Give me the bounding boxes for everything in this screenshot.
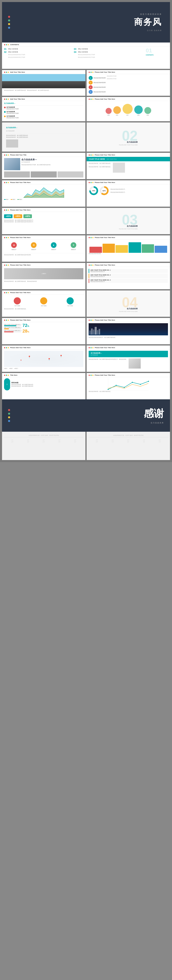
wm-cell-3: 文字 (36, 439, 51, 441)
slide-pct-title: Please Add Your Title Here (10, 209, 30, 211)
hdot15-yellow (8, 292, 9, 293)
map-area: 📍 📍 📍 📍 (4, 351, 84, 367)
ic-sep (4, 253, 84, 253)
tl-desc-2: 请在此处添加文字说明 (6, 113, 19, 115)
th-main-text: 请添加标题 (11, 382, 34, 384)
sky-b4 (95, 327, 97, 334)
header-dots-19 (88, 347, 93, 348)
slide-city-body: 请在此处添加内容，输入您要呈现的信息。请在此处添加内容，输入您要呈现的信息。 (2, 88, 85, 93)
hdot4-red (4, 99, 5, 100)
donut-desc-1: 请在此处添加内容说明文字。 (110, 188, 126, 190)
slide-teal-header: Please Add Your Title Here (87, 153, 170, 157)
contents-desc-3: 请在此处添加您的内容文字说明 (78, 54, 142, 56)
watermark-right: 如需使用请购买正版，仅供学习参考，请勿用于商业用途 文字 文字 文字 文字 文字… (87, 432, 170, 460)
slide-city-title: Add Your Title Here (10, 71, 25, 73)
zp-two-col: 请在此处添加内容，输入您要呈现的信息内容说明文字。请在此处添加。 (88, 358, 168, 369)
city-image-placeholder (2, 74, 85, 88)
header-dots-8 (4, 182, 9, 183)
circle-red (106, 108, 112, 114)
wm-grid-right: 文字 文字 文字 文字 文字 文字 文字 文字 文字 文字 (88, 439, 168, 443)
slide-icon-body: 1 请在此处添加内容说明 2 请在此处添加内容说明 3 请在此处添加内容说明 (87, 74, 170, 96)
hdot21-green (90, 375, 92, 376)
circle-label-5: 2019 (147, 115, 149, 116)
slide-photo-body: 合力自由未来— 合力自由未来 请在此处添加内容文字说明，输入您要呈现的信息内容。 (2, 157, 85, 179)
slide-p2-title: Please Add Your Title Here (10, 264, 30, 266)
zp-teal-header: 合力自由未来— 合力自由未来 (88, 351, 168, 357)
slide-th-header: Title Here (2, 373, 85, 377)
header-dots-18 (4, 347, 9, 348)
circle-yellow (123, 104, 133, 114)
slide-ic-title: Please Add Your Title Here (10, 237, 30, 239)
3c-label-3: TEXT HERE (66, 305, 74, 306)
hdot21-red (88, 375, 90, 376)
prog-fill-1 (4, 325, 16, 326)
ic-item-3: ♦ 添加文字 (51, 242, 57, 251)
wm-cell-1: 文字 (5, 439, 20, 441)
legend-color-3 (17, 199, 19, 200)
slide-bar-header: Please Add Your Title Here (87, 235, 170, 239)
header-dots-9 (88, 182, 93, 183)
slide-list-body: ADD YOUR TITLE HERE NO. 1 请在此处添加内容说明文字 A… (87, 267, 170, 285)
slide-ic-header: Please Add Your Title Here (2, 235, 85, 239)
bar-2 (103, 244, 115, 253)
prog-nums: 72% 28% (22, 323, 29, 333)
hdot5-red (88, 99, 90, 100)
icon-two-col: 1 请在此处添加内容说明 2 请在此处添加内容说明 3 请在此处添加内容说明 (88, 75, 168, 94)
section2-zh-title: 合力自由未来— (6, 127, 81, 129)
pin-1: 📍 (28, 356, 31, 358)
hdot14-yellow (92, 264, 93, 266)
circle-label-2: 2016 (116, 115, 118, 116)
hdot5-green (90, 99, 92, 100)
header-dots-5 (88, 99, 93, 100)
contents-desc-4: 请在此处添加您的内容文字说明 (78, 56, 142, 58)
zp-subtitle-text: 合力自由未来 (91, 354, 166, 356)
header-dots-6 (4, 154, 9, 156)
cover-main-title: 商务风 (134, 16, 162, 28)
circle-2: 2016 (113, 106, 121, 116)
slide-3c-header: Please Add Your Title Here (2, 290, 85, 294)
th-desc: 请在此处添加内容，输入您要呈现的信息。 (11, 384, 34, 385)
wm-cell-r9: 文字 (136, 441, 151, 442)
hdot7-yellow (92, 154, 93, 156)
tl-label-2: 合力自由未来 (6, 111, 19, 113)
slide-photo-header: Please Add Your Title (2, 153, 85, 157)
contents-slide: CONTENTS 01 请输入您的标题 02 请输入您的标题 请在此处添加您的内… (2, 43, 170, 69)
hdot18-green (6, 347, 7, 348)
slide-zh-photo-right: Please Add Your Title Here 合力自由未来— 合力自由未… (87, 345, 170, 372)
contents-label-4: 请输入您的标题 (78, 51, 88, 53)
watermark-left: 如需使用请购买正版，仅供学习参考，请勿用于商业用途 文字 文字 文字 文字 文字… (2, 432, 85, 460)
ending-title-area: 感谢 合力自由未来 (144, 407, 164, 424)
area-chart (4, 186, 84, 198)
prog-item-2: ADD YOUR TITLE HERE NO. 2 (4, 327, 21, 329)
slide-teal-title: Please Add Your Title Here (95, 154, 115, 156)
donut-desc-2: 请在此处添加内容说明文字。 (110, 191, 126, 193)
section2-sep (6, 134, 81, 134)
three-circles-row: TEXT HERE TEXT HERE TEXT HERE (4, 296, 84, 308)
circle-1: 2015 (106, 108, 112, 116)
hdot21-yellow (92, 375, 93, 376)
section3-subtitle: PLEASE ADD YOUR TITLE HERE (119, 228, 137, 229)
contents-num-2: 02 (4, 51, 7, 53)
hdot17-green (90, 320, 92, 321)
slide-circles-body: 2015 2016 2017 2018 (87, 101, 170, 119)
section2-content: 合力自由未来— 合力自由未来 请在此处添加内容，输入您要呈现的信息。请在此处添加… (6, 127, 81, 148)
wm-cell-r6: 文字 (90, 441, 104, 442)
slide-cn-body: 请在此处添加内容说明文字，输入您要呈现的信息。 (87, 322, 170, 339)
bar-4 (129, 242, 141, 253)
3c-circle-3 (66, 298, 74, 304)
donut-svg-2: 62% (99, 186, 109, 196)
svg-text:62%: 62% (103, 190, 106, 192)
map-label-1: ● 地点一 (4, 368, 8, 369)
ic-label-2: 添加文字 (31, 249, 36, 251)
hdot11-yellow (8, 237, 9, 238)
section4-right: 04 合力自由未来 PLEASE ADD YOUR TITLE HERE (87, 290, 170, 317)
slide-city-night-right: Please Add Your Title Here 请在此处添加内容说明文字，… (87, 318, 170, 344)
hdot7-red (88, 154, 90, 156)
slide-bar-body: 请在此处添加内容说明。 (87, 239, 170, 256)
wm-cell-4: 文字 (52, 439, 67, 441)
flow-node-1: 1 (88, 76, 93, 80)
slide-city-left: Add Your Title Here 请在此处添加内容，输入您要呈现的信息。请… (2, 70, 85, 96)
section2-num-area: 02 合力自由未来 PLEASE ADD YOUR TITLE HERE (115, 125, 142, 150)
circle-green (144, 107, 151, 114)
hdot8-yellow (8, 182, 9, 183)
